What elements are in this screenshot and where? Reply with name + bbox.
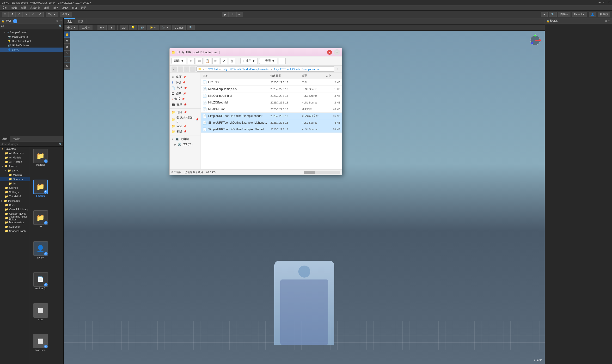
asset-item-shaders[interactable]: 📁 + Shaders: [32, 180, 49, 208]
account-btn[interactable]: 👤: [589, 12, 596, 17]
fx-btn[interactable]: ✨ ▼: [147, 25, 158, 30]
tree-tex[interactable]: 📁 tex: [0, 181, 30, 186]
transform-multi[interactable]: ⚙: [37, 12, 44, 17]
transform-scale[interactable]: ⤡: [23, 12, 29, 17]
tool-rect[interactable]: ⤢: [64, 57, 70, 63]
tree-core-rp[interactable]: 📁 Core RP Library: [0, 207, 30, 211]
tool-combo[interactable]: ⚙: [64, 63, 70, 69]
fe-col-type[interactable]: 类型: [302, 74, 326, 78]
fe-scroll-slider[interactable]: [304, 171, 340, 174]
tree-shader-graph[interactable]: 📁 Shader Graph: [0, 229, 30, 233]
fe-sidebar-logo[interactable]: 📁 logo 📌: [169, 124, 201, 129]
fe-cut-btn[interactable]: ✂: [188, 58, 195, 64]
minimize-btn[interactable]: ─: [599, 1, 601, 4]
fe-close-btn[interactable]: ×: [327, 50, 332, 55]
center-pivot-btn[interactable]: 中心 ▼: [65, 25, 78, 30]
fe-new-btn[interactable]: 新建 ▼: [171, 58, 186, 64]
fe-new-tab-btn[interactable]: +: [334, 49, 340, 55]
tab-console[interactable]: 控制台: [10, 136, 23, 142]
step-button[interactable]: ⏭: [236, 12, 243, 17]
file-row-4[interactable]: 📄 README.md 2023/7/22 5:13 MD 文件 46 KB: [201, 106, 342, 113]
tree-all-models[interactable]: 📁 All Models: [0, 155, 30, 160]
fe-forward-btn[interactable]: →: [178, 66, 183, 72]
tree-burst[interactable]: 📁 Burst: [0, 203, 30, 207]
tab-game[interactable]: 游戏: [75, 19, 86, 24]
transform-hand[interactable]: ☰: [2, 12, 9, 17]
file-row-0[interactable]: 📄 LICENSE 2023/7/22 5:13 文件 2 KB: [201, 79, 342, 86]
scene-cam-btn[interactable]: 📷 ▼: [160, 25, 171, 30]
hierarchy-item-directional-light[interactable]: 💡 Directional Light: [0, 39, 64, 43]
layout-btn[interactable]: Default ▼: [572, 12, 587, 17]
hierarchy-item-main-camera[interactable]: 📷 Main Camera: [0, 35, 64, 39]
tree-favorites[interactable]: ★ Favorites: [0, 147, 30, 151]
inspector-search-btn[interactable]: 检查器: [598, 12, 610, 17]
fe-rename-btn[interactable]: ✏: [212, 58, 219, 64]
file-row-3[interactable]: 📄 NiloZOffset.hlsl 2023/7/22 5:13 HLSL S…: [201, 99, 342, 106]
2d-btn[interactable]: 2D: [120, 25, 128, 30]
file-row-2[interactable]: 📄 NiloOutlineUtil.hlsl 2023/7/22 5:13 HL…: [201, 92, 342, 99]
tree-matreial[interactable]: 📁 Matreial: [0, 173, 30, 177]
tree-searcher[interactable]: 📁 Searcher: [0, 224, 30, 229]
fe-sidebar-data[interactable]: 📁 数据结构课件 p 📌: [169, 115, 201, 124]
menu-jobs[interactable]: Jobs: [61, 6, 69, 10]
transform-move[interactable]: ✥: [9, 12, 16, 17]
asset-item-skin[interactable]: ⬜ skin: [32, 303, 49, 331]
scene-search-btn[interactable]: 🔍: [187, 25, 195, 30]
fe-col-size[interactable]: 大小: [326, 74, 340, 78]
asset-item-readme[interactable]: 📄 + readme [..: [32, 272, 49, 300]
tree-assets[interactable]: ▼ 📁 Assets: [0, 164, 30, 168]
tree-all-prefabs[interactable]: 📁 All Prefabs: [0, 160, 30, 164]
menu-help[interactable]: 帮助: [79, 6, 88, 10]
fe-sidebar-music[interactable]: ♪ 音乐 📌: [169, 96, 201, 102]
fe-breadcrumb-3[interactable]: UnityURPToonLitShaderExample-master: [273, 68, 321, 71]
fe-sidebar-images[interactable]: 🖼 图片 📌: [169, 91, 201, 96]
menu-component[interactable]: 组件: [43, 6, 51, 10]
tab-scene[interactable]: 场景: [64, 18, 75, 24]
menu-window[interactable]: 窗口: [70, 6, 78, 10]
tree-ganyu[interactable]: ▼ 📁 ganyu: [0, 168, 30, 173]
audio-btn[interactable]: 🔊: [138, 25, 146, 30]
close-btn[interactable]: ✕: [608, 1, 610, 4]
project-search-icon[interactable]: 🔍: [59, 143, 62, 145]
tree-all-materials[interactable]: 📁 All Materials: [0, 151, 30, 155]
menu-edit[interactable]: 编辑: [10, 6, 18, 10]
pivot-btn[interactable]: 中心 ▼: [46, 12, 58, 17]
pause-button[interactable]: ⏸: [229, 12, 236, 17]
tree-tutorialinfo[interactable]: 📁 TutorialInfo: [0, 194, 30, 199]
fe-col-date[interactable]: 修改日期: [271, 74, 302, 78]
fe-breadcrumb-2[interactable]: UnityURPToonLitShaderExample-master: [221, 68, 269, 71]
fe-sidebar-docs[interactable]: 📄 文档 📌: [169, 85, 201, 91]
fe-sidebar-video[interactable]: 🎬 视频 📌: [169, 102, 201, 107]
tool-hand[interactable]: ✋: [64, 32, 70, 38]
gizmos-btn[interactable]: Gizmos: [172, 25, 186, 30]
menu-services[interactable]: 服务: [52, 6, 60, 10]
fe-up-btn[interactable]: ↑: [190, 66, 195, 72]
fe-view-btn[interactable]: ⊞ 查看 ▼: [259, 58, 277, 64]
fe-down-btn[interactable]: ↓: [184, 66, 189, 72]
fe-back-btn[interactable]: ←: [171, 66, 177, 72]
tree-settings[interactable]: 📁 Settings: [0, 190, 30, 194]
tool-scale[interactable]: ⤡: [64, 51, 70, 56]
fe-sidebar-drive-c[interactable]: ▶ 💽 OS (C:): [169, 142, 201, 147]
menu-file[interactable]: 文件: [1, 6, 9, 10]
fe-sidebar-chujie[interactable]: 📁 初阶 📌: [169, 129, 201, 134]
asset-item-ganyu[interactable]: 👤 + ganyu: [32, 241, 49, 269]
asset-item-matreial[interactable]: 📁 + Matreial: [32, 149, 49, 177]
tree-shaders[interactable]: 📁 Shaders: [0, 177, 30, 181]
fe-sidebar-computer[interactable]: ▼ 💻 此电脑: [169, 136, 201, 142]
tree-scenes[interactable]: 📁 Scenes: [0, 186, 30, 190]
menu-gameobject[interactable]: 游戏对象: [28, 6, 42, 10]
fe-sidebar-desktop[interactable]: 🖥 桌面 📌: [169, 74, 201, 80]
fe-delete-btn[interactable]: 🗑: [229, 58, 235, 64]
tree-jetbrains[interactable]: 📁 JetBrains Rider Editor: [0, 216, 30, 220]
cloud-btn[interactable]: ☁: [541, 12, 548, 17]
transform-rotate[interactable]: ↺: [16, 12, 23, 17]
lighting-btn[interactable]: 💡: [129, 25, 137, 30]
file-row-1[interactable]: 📄 NiloInvLerpRemap.hlsl 2023/7/22 5:13 H…: [201, 86, 342, 92]
tool-rotate[interactable]: ↺: [64, 44, 70, 50]
fe-copy-btn[interactable]: ⧉: [196, 58, 203, 64]
space-btn[interactable]: 全局 ▼: [60, 12, 72, 17]
tool-move[interactable]: ✥: [64, 38, 70, 44]
tab-project[interactable]: 项目: [0, 136, 10, 142]
transform-rect[interactable]: ⤢: [30, 12, 37, 17]
